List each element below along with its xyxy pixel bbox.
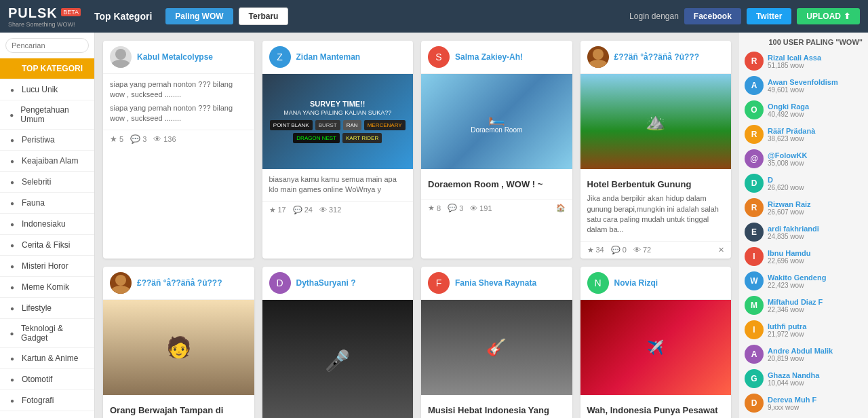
card-2-username[interactable]: Zidan Manteman — [296, 52, 361, 62]
user-name-5[interactable]: @FolowKK — [768, 151, 863, 159]
sidebar-item-otomotif[interactable]: ● Otomotif — [0, 369, 94, 390]
user-avatar-12: I — [745, 320, 764, 339]
sidebar-footer: About Contact Us Hashtag Disclaimer Priv… — [0, 411, 94, 418]
sidebar-item-top-kategori[interactable]: ★ TOP KATEGORI — [0, 58, 94, 79]
header: PULSK BETA Share Something WOW! Top Kate… — [0, 0, 868, 33]
terbaru-button[interactable]: Terbaru — [239, 7, 289, 25]
user-row-14: G Ghaza Nandha 10,044 wow — [745, 369, 863, 388]
user-name-14[interactable]: Ghaza Nandha — [768, 371, 863, 379]
sidebar-item-fauna[interactable]: ● Fauna — [0, 193, 94, 214]
circle-icon-9: ● — [7, 261, 18, 271]
twitter-button[interactable]: Twitter — [747, 8, 791, 24]
sidebar: ★ TOP KATEGORI ● Lucu Unik ● Pengetahuan… — [0, 33, 95, 418]
card-8-username[interactable]: Novia Rizqi — [614, 278, 658, 288]
sidebar-label-lifestyle: Lifestyle — [22, 303, 52, 313]
sidebar-item-selebriti[interactable]: ● Selebriti — [0, 172, 94, 193]
login-label: Login dengan — [629, 12, 679, 21]
right-panel: 100 USER PALING "WOW" R Rizal Icali Assa… — [739, 33, 868, 418]
sidebar-item-lifestyle[interactable]: ● Lifestyle — [0, 298, 94, 319]
sidebar-item-peristiwa[interactable]: ● Peristiwa — [0, 130, 94, 151]
card-2-body: biasanya kamu kamu semua main apa klo ma… — [262, 169, 414, 201]
user-name-13[interactable]: Andre Abdul Malik — [768, 347, 863, 355]
user-name-2[interactable]: Awan Sevenfoldism — [768, 78, 863, 86]
user-name-15[interactable]: Dereva Muh F — [768, 396, 863, 404]
user-row-13: A Andre Abdul Malik 20,819 wow — [745, 345, 863, 364]
user-info-6: D 26,620 wow — [768, 176, 863, 191]
user-name-9[interactable]: Ibnu Hamdu — [768, 249, 863, 257]
card-1-username[interactable]: Kabul Metalcolypse — [137, 52, 213, 62]
user-name-12[interactable]: Iuthfi putra — [768, 322, 863, 330]
sidebar-item-pengetahuan[interactable]: ● Pengetahuan Umum — [0, 100, 94, 130]
user-row-8: E ardi fakhriandi 24,835 wow — [745, 223, 863, 242]
sidebar-label-pengetahuan: Pengetahuan Umum — [20, 105, 87, 124]
card-8-header: N Novia Rizqi — [580, 267, 732, 300]
card-5-username[interactable]: £??äñ °å??äñå ?û??? — [137, 278, 222, 288]
paling-wow-button[interactable]: Paling WOW — [165, 8, 233, 24]
avatar-elan2 — [110, 272, 132, 294]
sidebar-item-cerita[interactable]: ● Cerita & Fiksi — [0, 235, 94, 256]
card-3-wow: ★ 8 — [428, 204, 441, 212]
sidebar-label-keajaiban: Keajaiban Alam — [22, 156, 78, 166]
card-3-image: 🛏️ Doraemon Room — [421, 74, 572, 169]
user-wow-9: 22,696 wow — [768, 257, 863, 265]
card-4-comments: 💬 0 — [611, 246, 627, 254]
sidebar-item-lucu-unik[interactable]: ● Lucu Unik — [0, 79, 94, 100]
upload-button[interactable]: UPLOAD ⬆ — [797, 8, 860, 24]
user-name-7[interactable]: Rizwan Raiz — [768, 200, 863, 208]
user-info-12: Iuthfi putra 21,972 wow — [768, 322, 863, 338]
user-avatar-7: R — [745, 198, 764, 217]
search-input[interactable] — [5, 38, 89, 53]
user-avatar-9: I — [745, 247, 764, 266]
user-name-1[interactable]: Rizal Icali Assa — [768, 54, 863, 62]
user-name-4[interactable]: Rääf Prädanà — [768, 127, 863, 135]
card-7-username[interactable]: Fania Sheva Raynata — [455, 278, 536, 288]
circle-icon-7: ● — [7, 218, 18, 229]
sidebar-item-kartun[interactable]: ● Kartun & Anime — [0, 348, 94, 369]
card-2-subtitle: MANA YANG PALING KALIAN SUKA?? — [262, 109, 414, 116]
card-4-username[interactable]: £??äñ °å??äñå ?û??? — [614, 52, 699, 62]
sidebar-item-keajaiban[interactable]: ● Keajaiban Alam — [0, 151, 94, 172]
header-right: Login dengan Facebook Twitter UPLOAD ⬆ — [629, 8, 860, 24]
user-info-13: Andre Abdul Malik 20,819 wow — [768, 347, 863, 362]
card-3-title: Doraemon Room , WOW ! ~ — [428, 178, 566, 191]
user-name-11[interactable]: Miftahud Diaz F — [768, 298, 863, 306]
sidebar-item-fotografi[interactable]: ● Fotografi — [0, 390, 94, 411]
card-1-text: siapa yang pernah nonton ??? bilang wow … — [110, 79, 248, 100]
user-name-8[interactable]: ardi fakhriandi — [768, 225, 863, 233]
user-avatar-10: W — [745, 271, 764, 290]
user-name-6[interactable]: D — [768, 176, 863, 184]
user-wow-8: 24,835 wow — [768, 233, 863, 240]
sidebar-item-meme[interactable]: ● Meme Komik — [0, 277, 94, 298]
svg-point-4 — [115, 275, 126, 286]
user-row-1: R Rizal Icali Assa 51,185 wow — [745, 52, 863, 71]
sidebar-label-otomotif: Otomotif — [22, 375, 52, 384]
user-info-7: Rizwan Raiz 26,607 wow — [768, 200, 863, 216]
main-content: Kabul Metalcolypse siapa yang pernah non… — [95, 33, 739, 418]
card-3-username[interactable]: Salma Zakiey-Ah! — [455, 52, 523, 62]
close-icon-4[interactable]: ✕ — [718, 246, 724, 254]
user-avatar-2: A — [745, 76, 764, 95]
card-6-username[interactable]: DythaSuryani ? — [296, 278, 356, 288]
user-row-5: @ @FolowKK 35,008 wow — [745, 149, 863, 168]
user-name-10[interactable]: Wakito Gendeng — [768, 273, 863, 282]
sidebar-item-misteri[interactable]: ● Misteri Horor — [0, 256, 94, 277]
card-2-comment-count: 24 — [304, 206, 313, 214]
facebook-button[interactable]: Facebook — [684, 8, 741, 24]
user-wow-12: 21,972 wow — [768, 330, 863, 338]
wow-icon: ★ — [110, 134, 117, 144]
user-info-10: Wakito Gendeng 22,423 wow — [768, 273, 863, 289]
sidebar-item-teknologi[interactable]: ● Teknologi & Gadget — [0, 319, 94, 348]
circle-icon-3: ● — [7, 134, 18, 145]
upload-label: UPLOAD — [806, 12, 841, 21]
user-info-9: Ibnu Hamdu 22,696 wow — [768, 249, 863, 265]
card-2-footer: ★ 17 💬 24 👁 312 — [262, 201, 414, 218]
bookmark-icon-3[interactable]: 🏠 — [556, 204, 566, 212]
user-info-3: Ongki Raga 40,492 wow — [768, 102, 863, 118]
user-name-3[interactable]: Ongki Raga — [768, 102, 863, 111]
card-2-text: biasanya kamu kamu semua main apa klo ma… — [269, 174, 407, 195]
sidebar-item-indonesiaku[interactable]: ● Indonesiaku — [0, 214, 94, 235]
card-4-image: ⛰️ — [580, 74, 732, 169]
card-3: S Salma Zakiey-Ah! 🛏️ Doraemon Room Dora… — [421, 41, 572, 259]
card-3-view-count: 191 — [479, 204, 492, 212]
user-avatar-14: G — [745, 369, 764, 388]
